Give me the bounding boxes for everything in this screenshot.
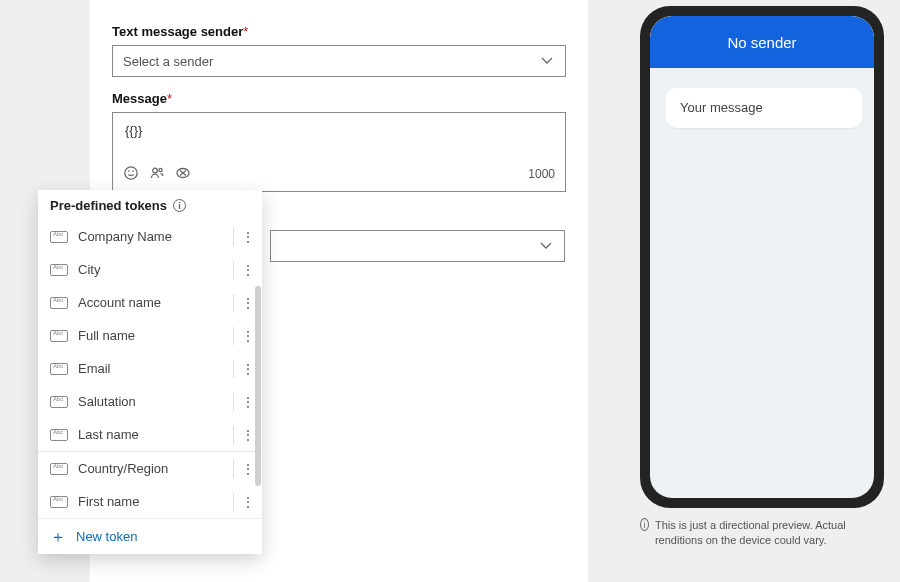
message-box: {{}} 1000 [112,112,566,192]
phone-header: No sender [650,16,874,68]
plus-icon: ＋ [50,530,66,544]
secondary-select[interactable] [270,230,565,262]
scrollbar[interactable] [255,286,261,486]
text-field-icon [50,463,68,475]
text-field-icon [50,496,68,508]
more-icon[interactable]: ⋮ [240,297,256,309]
more-icon[interactable]: ⋮ [240,429,256,441]
sender-label: Text message sender* [112,24,566,39]
info-icon[interactable]: i [173,199,186,212]
message-label: Message* [112,91,566,106]
more-icon[interactable]: ⋮ [240,330,256,342]
token-item-email[interactable]: Email ⋮ [38,352,262,385]
text-field-icon [50,396,68,408]
svg-point-0 [125,166,137,178]
more-icon[interactable]: ⋮ [240,496,256,508]
token-item-full-name[interactable]: Full name ⋮ [38,319,262,352]
more-icon[interactable]: ⋮ [240,463,256,475]
token-item-account-name[interactable]: Account name ⋮ [38,286,262,319]
tokens-popup-title: Pre-defined tokens i [38,190,262,220]
more-icon[interactable]: ⋮ [240,231,256,243]
people-icon[interactable] [149,165,165,184]
new-token-label: New token [76,529,137,544]
more-icon[interactable]: ⋮ [240,396,256,408]
variable-icon[interactable] [175,165,191,184]
svg-point-3 [153,168,158,173]
token-item-salutation[interactable]: Salutation ⋮ [38,385,262,418]
message-bubble: Your message [666,88,862,128]
token-item-last-name[interactable]: Last name ⋮ [38,418,262,451]
preview-note: i This is just a directional preview. Ac… [640,518,886,548]
text-field-icon [50,231,68,243]
chevron-down-icon [539,52,555,71]
token-list: Company Name ⋮ City ⋮ Account name ⋮ Ful… [38,220,262,518]
text-field-icon [50,297,68,309]
text-field-icon [50,264,68,276]
token-item-country-region[interactable]: Country/Region ⋮ [38,452,262,485]
phone-preview-frame: No sender Your message [640,6,884,508]
tokens-popup: Pre-defined tokens i Company Name ⋮ City… [38,190,262,554]
info-icon: i [640,518,649,531]
token-item-first-name[interactable]: First name ⋮ [38,485,262,518]
char-count: 1000 [528,167,555,181]
phone-screen: No sender Your message [650,16,874,498]
sender-select-placeholder: Select a sender [123,54,213,69]
token-item-company-name[interactable]: Company Name ⋮ [38,220,262,253]
new-token-button[interactable]: ＋ New token [38,518,262,554]
more-icon[interactable]: ⋮ [240,264,256,276]
sender-select[interactable]: Select a sender [112,45,566,77]
message-toolbar: 1000 [113,159,565,191]
chevron-down-icon [538,237,554,256]
message-input[interactable]: {{}} [113,113,565,159]
text-field-icon [50,429,68,441]
text-field-icon [50,330,68,342]
token-item-city[interactable]: City ⋮ [38,253,262,286]
svg-point-4 [159,168,162,171]
text-field-icon [50,363,68,375]
emoji-icon[interactable] [123,165,139,184]
more-icon[interactable]: ⋮ [240,363,256,375]
